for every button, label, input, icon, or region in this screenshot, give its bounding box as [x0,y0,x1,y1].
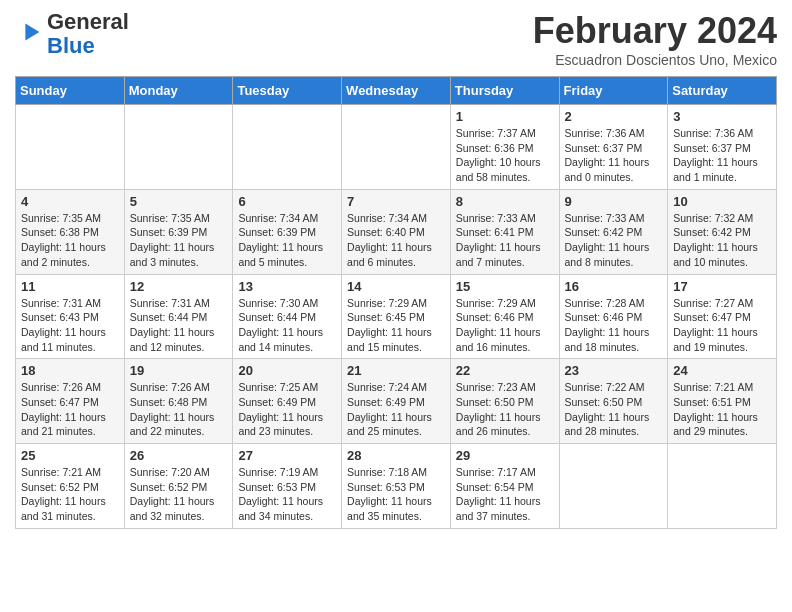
day-number: 17 [673,279,771,294]
calendar-cell: 2Sunrise: 7:36 AMSunset: 6:37 PMDaylight… [559,105,668,190]
day-info: Sunrise: 7:27 AMSunset: 6:47 PMDaylight:… [673,296,771,355]
calendar-cell: 28Sunrise: 7:18 AMSunset: 6:53 PMDayligh… [342,444,451,529]
day-number: 13 [238,279,336,294]
day-number: 29 [456,448,554,463]
calendar-cell: 26Sunrise: 7:20 AMSunset: 6:52 PMDayligh… [124,444,233,529]
calendar-cell: 19Sunrise: 7:26 AMSunset: 6:48 PMDayligh… [124,359,233,444]
day-info: Sunrise: 7:23 AMSunset: 6:50 PMDaylight:… [456,380,554,439]
calendar-cell: 10Sunrise: 7:32 AMSunset: 6:42 PMDayligh… [668,189,777,274]
day-info: Sunrise: 7:34 AMSunset: 6:40 PMDaylight:… [347,211,445,270]
day-info: Sunrise: 7:32 AMSunset: 6:42 PMDaylight:… [673,211,771,270]
day-number: 10 [673,194,771,209]
svg-marker-0 [25,24,39,41]
calendar-day-header: Saturday [668,77,777,105]
day-number: 20 [238,363,336,378]
day-info: Sunrise: 7:33 AMSunset: 6:41 PMDaylight:… [456,211,554,270]
calendar-cell: 4Sunrise: 7:35 AMSunset: 6:38 PMDaylight… [16,189,125,274]
day-info: Sunrise: 7:17 AMSunset: 6:54 PMDaylight:… [456,465,554,524]
calendar-week-row: 25Sunrise: 7:21 AMSunset: 6:52 PMDayligh… [16,444,777,529]
day-info: Sunrise: 7:29 AMSunset: 6:45 PMDaylight:… [347,296,445,355]
title-block: February 2024 Escuadron Doscientos Uno, … [533,10,777,68]
day-info: Sunrise: 7:19 AMSunset: 6:53 PMDaylight:… [238,465,336,524]
calendar-cell: 16Sunrise: 7:28 AMSunset: 6:46 PMDayligh… [559,274,668,359]
calendar-cell: 1Sunrise: 7:37 AMSunset: 6:36 PMDaylight… [450,105,559,190]
day-number: 12 [130,279,228,294]
day-number: 5 [130,194,228,209]
logo-line2: Blue [47,33,95,58]
logo-text: General Blue [47,10,129,58]
day-number: 7 [347,194,445,209]
day-info: Sunrise: 7:33 AMSunset: 6:42 PMDaylight:… [565,211,663,270]
calendar-cell: 11Sunrise: 7:31 AMSunset: 6:43 PMDayligh… [16,274,125,359]
day-number: 1 [456,109,554,124]
day-number: 6 [238,194,336,209]
calendar-cell: 25Sunrise: 7:21 AMSunset: 6:52 PMDayligh… [16,444,125,529]
day-number: 18 [21,363,119,378]
day-number: 9 [565,194,663,209]
day-info: Sunrise: 7:21 AMSunset: 6:52 PMDaylight:… [21,465,119,524]
calendar-body: 1Sunrise: 7:37 AMSunset: 6:36 PMDaylight… [16,105,777,529]
day-info: Sunrise: 7:18 AMSunset: 6:53 PMDaylight:… [347,465,445,524]
day-number: 2 [565,109,663,124]
calendar-week-row: 4Sunrise: 7:35 AMSunset: 6:38 PMDaylight… [16,189,777,274]
calendar-cell: 6Sunrise: 7:34 AMSunset: 6:39 PMDaylight… [233,189,342,274]
day-info: Sunrise: 7:36 AMSunset: 6:37 PMDaylight:… [565,126,663,185]
calendar-subtitle: Escuadron Doscientos Uno, Mexico [533,52,777,68]
day-number: 21 [347,363,445,378]
calendar-cell: 18Sunrise: 7:26 AMSunset: 6:47 PMDayligh… [16,359,125,444]
calendar-cell: 9Sunrise: 7:33 AMSunset: 6:42 PMDaylight… [559,189,668,274]
day-info: Sunrise: 7:35 AMSunset: 6:39 PMDaylight:… [130,211,228,270]
page-header: General Blue February 2024 Escuadron Dos… [15,10,777,68]
calendar-day-header: Tuesday [233,77,342,105]
calendar-cell: 20Sunrise: 7:25 AMSunset: 6:49 PMDayligh… [233,359,342,444]
calendar-day-header: Wednesday [342,77,451,105]
calendar-cell [233,105,342,190]
logo: General Blue [15,10,129,58]
day-info: Sunrise: 7:37 AMSunset: 6:36 PMDaylight:… [456,126,554,185]
calendar-cell: 14Sunrise: 7:29 AMSunset: 6:45 PMDayligh… [342,274,451,359]
calendar-cell [668,444,777,529]
day-info: Sunrise: 7:25 AMSunset: 6:49 PMDaylight:… [238,380,336,439]
day-number: 25 [21,448,119,463]
day-info: Sunrise: 7:21 AMSunset: 6:51 PMDaylight:… [673,380,771,439]
calendar-header-row: SundayMondayTuesdayWednesdayThursdayFrid… [16,77,777,105]
calendar-cell: 17Sunrise: 7:27 AMSunset: 6:47 PMDayligh… [668,274,777,359]
day-info: Sunrise: 7:29 AMSunset: 6:46 PMDaylight:… [456,296,554,355]
day-info: Sunrise: 7:36 AMSunset: 6:37 PMDaylight:… [673,126,771,185]
calendar-week-row: 11Sunrise: 7:31 AMSunset: 6:43 PMDayligh… [16,274,777,359]
calendar-cell [16,105,125,190]
calendar-page: General Blue February 2024 Escuadron Dos… [0,0,792,539]
day-number: 11 [21,279,119,294]
day-number: 23 [565,363,663,378]
calendar-cell [342,105,451,190]
logo-icon [17,18,45,46]
day-number: 28 [347,448,445,463]
calendar-day-header: Sunday [16,77,125,105]
day-info: Sunrise: 7:30 AMSunset: 6:44 PMDaylight:… [238,296,336,355]
calendar-cell [124,105,233,190]
day-number: 22 [456,363,554,378]
calendar-cell: 5Sunrise: 7:35 AMSunset: 6:39 PMDaylight… [124,189,233,274]
day-number: 15 [456,279,554,294]
calendar-cell: 27Sunrise: 7:19 AMSunset: 6:53 PMDayligh… [233,444,342,529]
day-number: 3 [673,109,771,124]
calendar-cell: 7Sunrise: 7:34 AMSunset: 6:40 PMDaylight… [342,189,451,274]
day-info: Sunrise: 7:34 AMSunset: 6:39 PMDaylight:… [238,211,336,270]
calendar-cell: 12Sunrise: 7:31 AMSunset: 6:44 PMDayligh… [124,274,233,359]
calendar-week-row: 18Sunrise: 7:26 AMSunset: 6:47 PMDayligh… [16,359,777,444]
day-info: Sunrise: 7:31 AMSunset: 6:44 PMDaylight:… [130,296,228,355]
day-number: 4 [21,194,119,209]
calendar-cell: 3Sunrise: 7:36 AMSunset: 6:37 PMDaylight… [668,105,777,190]
month-title: February 2024 [533,10,777,52]
calendar-table: SundayMondayTuesdayWednesdayThursdayFrid… [15,76,777,529]
logo-line1: General [47,9,129,34]
day-info: Sunrise: 7:28 AMSunset: 6:46 PMDaylight:… [565,296,663,355]
calendar-cell: 13Sunrise: 7:30 AMSunset: 6:44 PMDayligh… [233,274,342,359]
day-number: 16 [565,279,663,294]
day-info: Sunrise: 7:24 AMSunset: 6:49 PMDaylight:… [347,380,445,439]
calendar-day-header: Thursday [450,77,559,105]
calendar-cell: 29Sunrise: 7:17 AMSunset: 6:54 PMDayligh… [450,444,559,529]
day-info: Sunrise: 7:31 AMSunset: 6:43 PMDaylight:… [21,296,119,355]
day-info: Sunrise: 7:35 AMSunset: 6:38 PMDaylight:… [21,211,119,270]
calendar-cell [559,444,668,529]
